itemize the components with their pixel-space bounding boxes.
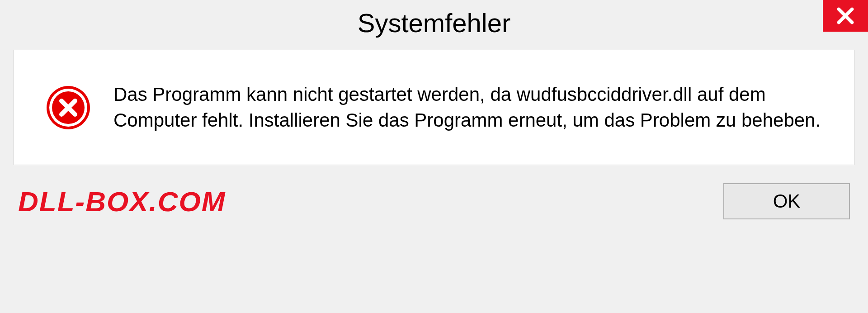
titlebar: Systemfehler <box>0 0 868 45</box>
error-message: Das Programm kann nicht gestartet werden… <box>113 82 827 133</box>
content-panel: Das Programm kann nicht gestartet werden… <box>14 50 854 165</box>
error-dialog: Systemfehler Das Programm kann nicht ges… <box>0 0 868 313</box>
dialog-footer: DLL-BOX.COM OK <box>0 174 868 233</box>
ok-button[interactable]: OK <box>723 183 850 219</box>
close-button[interactable] <box>823 0 868 32</box>
dialog-title: Systemfehler <box>358 8 510 38</box>
close-icon <box>835 6 855 26</box>
error-icon <box>46 85 91 130</box>
watermark-text: DLL-BOX.COM <box>18 185 226 218</box>
